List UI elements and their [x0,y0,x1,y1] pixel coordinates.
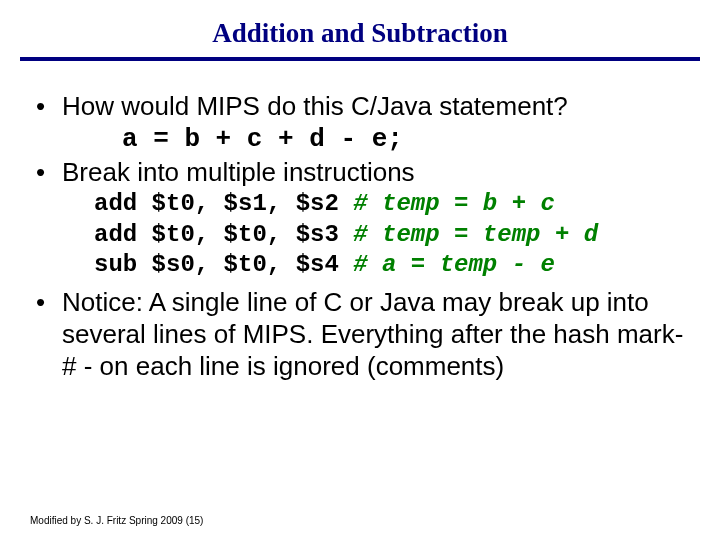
code-instr: add $t0, $t0, $s3 [94,221,353,248]
bullet-list: How would MIPS do this C/Java statement?… [34,91,686,382]
code-instr: add $t0, $s1, $s2 [94,190,353,217]
code-comment: # a = temp - e [353,251,555,278]
slide-body: How would MIPS do this C/Java statement?… [30,91,690,382]
title-rule [20,57,700,61]
bullet-text: Break into multiple instructions [62,157,415,187]
code-line: add $t0, $t0, $s3 # temp = temp + d [94,220,686,251]
code-line: sub $s0, $t0, $s4 # a = temp - e [94,250,686,281]
code-comment: # temp = b + c [353,190,555,217]
bullet-item: Break into multiple instructions add $t0… [34,157,686,281]
bullet-item: Notice: A single line of C or Java may b… [34,287,686,382]
bullet-text: How would MIPS do this C/Java statement? [62,91,568,121]
slide-footer: Modified by S. J. Fritz Spring 2009 (15) [30,515,203,526]
bullet-item: How would MIPS do this C/Java statement?… [34,91,686,155]
code-line: add $t0, $s1, $s2 # temp = b + c [94,189,686,220]
bullet-text: Notice: A single line of C or Java may b… [62,287,683,380]
inline-code: a = b + c + d - e; [62,123,686,156]
code-instr: sub $s0, $t0, $s4 [94,251,353,278]
code-block: add $t0, $s1, $s2 # temp = b + c add $t0… [62,189,686,281]
code-comment: # temp = temp + d [353,221,598,248]
slide-title: Addition and Subtraction [30,18,690,57]
